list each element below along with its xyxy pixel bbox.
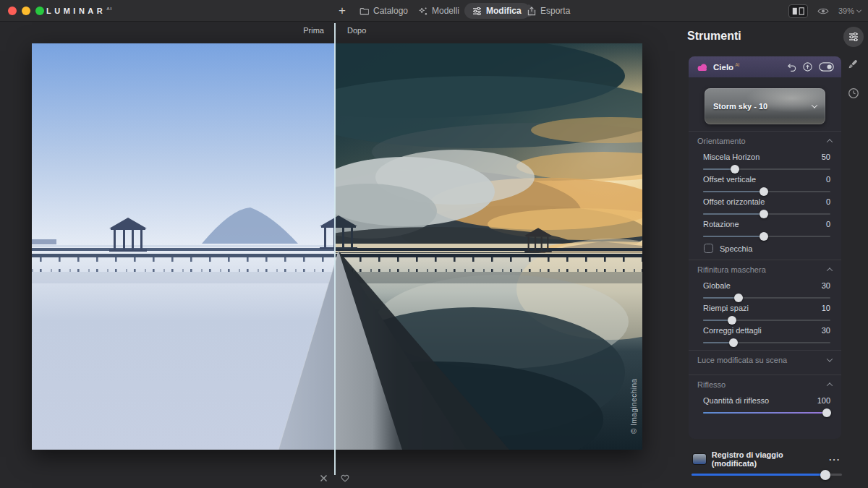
slider-thumb[interactable]	[760, 232, 768, 241]
slider-label: Globale	[703, 281, 731, 291]
slider-fill	[703, 213, 764, 215]
slider-fill	[703, 191, 764, 192]
section-title: Luce modificata su scena	[697, 356, 787, 364]
section-header-riflesso[interactable]: Riflesso	[689, 375, 841, 393]
templates-sparkle-icon	[418, 7, 427, 16]
compare-split-icon	[792, 7, 804, 15]
reject-button[interactable]	[317, 471, 330, 484]
compare-view-toggle[interactable]	[788, 4, 808, 18]
mask-edits-icon	[803, 62, 812, 72]
tool-name: Cielo	[713, 63, 733, 72]
sky-preset-value: Storm sky - 10	[713, 102, 767, 111]
local-masking-brush-button[interactable]	[843, 55, 864, 75]
slider-offset-verticale: Offset verticale0	[689, 174, 841, 192]
tab-modifica-active[interactable]: Modifica	[464, 3, 530, 19]
app-logo: LUMINARAI	[46, 7, 112, 15]
slider-thumb[interactable]	[731, 165, 739, 174]
slider-track[interactable]	[703, 320, 830, 321]
photo-canvas[interactable]: © Imaginechina	[32, 43, 642, 450]
before-label: Prima	[275, 26, 324, 35]
slider-globale: Globale30	[689, 281, 841, 299]
slider-label: Offset verticale	[703, 174, 756, 184]
brush-icon	[848, 59, 859, 71]
layer-name: Registro di viaggio (modificata)	[712, 450, 823, 468]
slider-track[interactable]	[703, 342, 830, 343]
slider-fill	[703, 236, 764, 237]
slider-thumb[interactable]	[760, 187, 768, 196]
slider-thumb[interactable]	[734, 294, 743, 302]
slider-track[interactable]	[703, 236, 830, 237]
layer-opacity-track[interactable]	[692, 474, 842, 476]
slider-track[interactable]	[703, 412, 830, 414]
tab-catalogo[interactable]: Catalogo	[359, 0, 408, 22]
after-label: Dopo	[347, 26, 366, 35]
tab-label: Modelli	[432, 6, 459, 16]
tool-mask-edits-button[interactable]	[803, 62, 812, 72]
section-title: Orientamento	[697, 137, 746, 145]
close-window-button[interactable]	[8, 7, 17, 15]
chevron-down-icon	[827, 356, 833, 361]
tool-visibility-toggle-on[interactable]	[819, 62, 834, 72]
slider-track[interactable]	[703, 297, 830, 299]
add-photos-button[interactable]: +	[334, 0, 350, 22]
slider-thumb[interactable]	[822, 408, 831, 417]
section-title: Rifinitura maschera	[697, 265, 766, 274]
history-clock-icon	[848, 87, 859, 99]
edit-tools-rail-button[interactable]	[843, 27, 864, 47]
zoom-level-value: 39%	[838, 7, 854, 15]
slider-track[interactable]	[703, 213, 830, 215]
chevron-up-icon	[827, 267, 833, 273]
before-after-divider[interactable]	[334, 23, 336, 475]
history-button[interactable]	[843, 83, 864, 103]
checkbox-label: Specchia	[720, 244, 752, 253]
slider-value: 50	[822, 152, 830, 162]
section-header-orientamento[interactable]: Orientamento	[689, 132, 841, 149]
logo-text: LUMINAR	[46, 7, 106, 15]
sky-preset-dropdown[interactable]: Storm sky - 10	[705, 88, 825, 124]
slider-thumb[interactable]	[760, 210, 768, 218]
edit-sliders-icon	[848, 33, 859, 41]
section-header-luce-modificata[interactable]: Luce modificata su scena	[689, 351, 841, 368]
slider-track[interactable]	[703, 168, 830, 170]
cielo-tool-header[interactable]: Cielo AI	[689, 56, 841, 77]
tools-panel: Strumenti	[680, 22, 868, 488]
fullscreen-window-button[interactable]	[35, 7, 44, 15]
section-header-rifinitura-maschera[interactable]: Rifinitura maschera	[689, 260, 841, 278]
chevron-down-icon	[856, 7, 861, 12]
tab-modelli[interactable]: Modelli	[418, 0, 459, 22]
slider-thumb[interactable]	[729, 338, 738, 347]
layer-menu-button[interactable]: ···	[829, 454, 841, 465]
tab-label: Catalogo	[373, 6, 408, 16]
chevron-up-icon	[827, 139, 833, 145]
slider-fill	[703, 412, 827, 414]
tab-esporta[interactable]: Esporta	[527, 0, 570, 22]
layer-opacity-thumb[interactable]	[820, 470, 830, 480]
tool-undo-button[interactable]	[787, 63, 796, 72]
app-window: LUMINARAI + Catalogo Modelli Modifica	[0, 0, 868, 488]
photo-watermark: © Imaginechina	[630, 378, 638, 434]
favorite-button[interactable]	[339, 471, 352, 484]
slider-quantita-riflesso: Quantità di riflesso100	[689, 395, 841, 414]
titlebar: LUMINARAI + Catalogo Modelli Modifica	[0, 0, 868, 22]
side-rail	[841, 27, 866, 103]
panel-title: Strumenti	[687, 30, 741, 43]
undo-icon	[787, 63, 796, 72]
logo-ai-badge: AI	[106, 7, 112, 11]
slider-track[interactable]	[703, 191, 830, 192]
section-title: Riflesso	[697, 380, 726, 389]
zoom-level-dropdown[interactable]: 39%	[838, 7, 861, 15]
slider-value: 0	[826, 197, 830, 207]
edit-sliders-icon	[472, 7, 482, 15]
slider-value: 0	[826, 174, 830, 184]
slider-thumb[interactable]	[728, 316, 736, 325]
minimize-window-button[interactable]	[22, 7, 30, 15]
slider-label: Quantità di riflesso	[703, 395, 769, 406]
chevron-down-icon	[812, 102, 817, 108]
canvas-actions	[317, 471, 352, 484]
preview-eye-button[interactable]	[817, 7, 829, 15]
layer-thumbnail[interactable]	[693, 454, 706, 464]
slider-label: Correggi dettagli	[703, 325, 762, 335]
specchia-checkbox[interactable]: Specchia	[704, 244, 841, 253]
slider-label: Miscela Horizon	[703, 152, 760, 162]
slider-miscela-horizon: Miscela Horizon50	[689, 152, 841, 170]
